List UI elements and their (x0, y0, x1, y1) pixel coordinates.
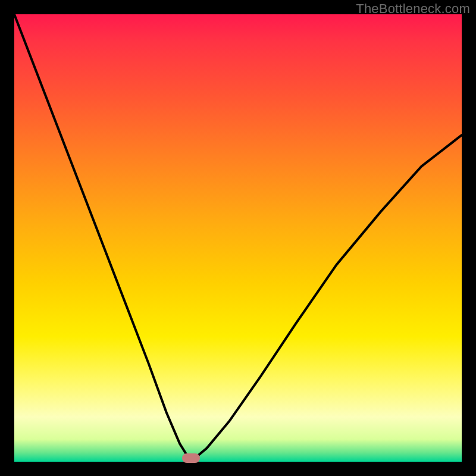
chart-frame: TheBottleneck.com (0, 0, 476, 476)
bottleneck-curve (14, 14, 462, 462)
plot-area (14, 14, 462, 462)
minimum-marker (182, 453, 200, 463)
curve-svg (14, 14, 462, 462)
